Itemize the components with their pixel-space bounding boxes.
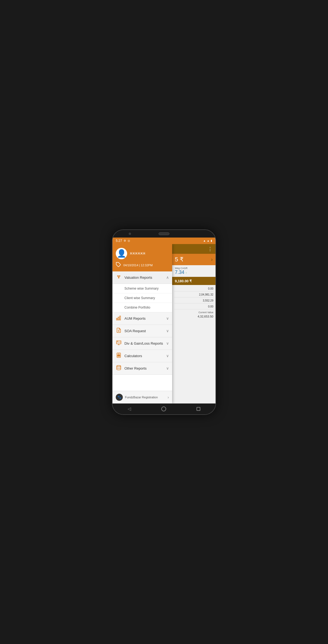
svg-line-6 xyxy=(119,276,119,277)
calculators-chevron-down: ∨ xyxy=(166,354,169,358)
avatar: 👤 xyxy=(116,248,127,259)
nav-calculators-header[interactable]: Calculators ∨ xyxy=(112,350,172,362)
rupee-section: 5 ₹ › xyxy=(172,254,216,265)
divgain-label: Div & Gain/Loss Reports xyxy=(124,341,163,345)
cagr-value: 7.34 xyxy=(175,270,184,275)
nav-aum-header[interactable]: AUM Reports ∨ xyxy=(112,312,172,325)
svg-point-2 xyxy=(119,275,120,276)
phone-screen: 5:27 ⚙ ◎ ▲ ▲ ▮ ⋮ 5 ₹ › xyxy=(112,238,216,403)
svg-rect-7 xyxy=(117,318,117,320)
cagr-up-arrow: ↑ xyxy=(186,271,187,274)
current-value-number: 4,32,653.50 xyxy=(174,315,213,318)
aum-icon xyxy=(116,315,122,322)
client-wise-summary[interactable]: Client wise Summary xyxy=(112,293,172,303)
calendar-icon xyxy=(116,262,121,269)
phone-bottom-bar: ◁ xyxy=(112,403,216,414)
stat-value-4: 0.00 xyxy=(208,305,213,308)
combine-portfolio[interactable]: Combine Portfolio xyxy=(112,303,172,312)
nav-divgain-header[interactable]: Div & Gain/Loss Reports ∨ xyxy=(112,337,172,350)
nav-other-header[interactable]: Other Reports ∨ xyxy=(112,362,172,375)
user-row: 👤 XXXXXX xyxy=(116,248,169,259)
wifi-icon: ▲ xyxy=(203,239,206,242)
footer-left: 🐾 FundzBazar Registration xyxy=(116,394,158,401)
valuation-label: Valuation Reports xyxy=(124,275,152,280)
signal-icon: ▲ xyxy=(207,239,210,242)
divgain-chevron-down: ∨ xyxy=(166,341,169,345)
aum-chevron-down: ∨ xyxy=(166,316,169,321)
drawer-footer[interactable]: 🐾 FundzBazar Registration › xyxy=(112,391,172,403)
settings-icon: ⚙ xyxy=(124,239,126,242)
stat-row-1: 0.00 xyxy=(174,286,213,291)
svg-rect-9 xyxy=(120,316,120,320)
other-icon xyxy=(116,365,122,372)
stat-row-3: 3,552.29 xyxy=(174,298,213,303)
other-chevron-down: ∨ xyxy=(166,366,169,370)
cagr-label: Weg CAGR xyxy=(175,267,213,270)
footer-label: FundzBazar Registration xyxy=(125,396,158,399)
username: XXXXXX xyxy=(130,251,146,255)
stat-row-2: 2,04,981.32 xyxy=(174,292,213,297)
aum-label: AUM Reports xyxy=(124,316,146,321)
main-header: ⋮ xyxy=(172,244,216,254)
cagr-section: Weg CAGR 7.34 ↑ xyxy=(172,265,216,277)
main-content-bg: ⋮ 5 ₹ › Weg CAGR 7.34 ↑ 9,180.00 ₹ xyxy=(172,244,216,403)
current-value-label: Current Value xyxy=(174,310,213,314)
status-bar: 5:27 ⚙ ◎ ▲ ▲ ▮ xyxy=(112,238,216,244)
phone-shell: 5:27 ⚙ ◎ ▲ ▲ ▮ ⋮ 5 ₹ › xyxy=(112,230,216,414)
overflow-menu-icon[interactable]: ⋮ xyxy=(208,246,213,252)
soa-label: SOA Request xyxy=(124,329,146,333)
phone-speaker xyxy=(159,232,169,235)
valuation-sub-items: Scheme wise Summary Client wise Summary … xyxy=(112,284,172,312)
recents-button[interactable] xyxy=(197,407,200,411)
stat-value-1: 0.00 xyxy=(208,287,213,290)
rupee-value: 5 ₹ xyxy=(175,256,184,263)
stat-row-4: 0.00 xyxy=(174,304,213,309)
svg-line-5 xyxy=(118,276,118,277)
footer-chevron-right: › xyxy=(168,395,169,399)
valuation-icon xyxy=(116,274,122,281)
soa-chevron-down: ∨ xyxy=(166,329,169,333)
svg-point-23 xyxy=(117,365,121,367)
divgain-icon xyxy=(116,340,122,347)
svg-rect-19 xyxy=(119,355,120,355)
total-value: 9,180.00 ₹ xyxy=(175,279,192,283)
nav-soa-header[interactable]: SOA Request ∨ xyxy=(112,325,172,337)
scheme-wise-summary[interactable]: Scheme wise Summary xyxy=(112,284,172,293)
phone-camera xyxy=(129,233,131,235)
drawer-header: 👤 XXXXXX 04/10/2014 | 12:32PM xyxy=(112,244,172,271)
home-button[interactable] xyxy=(161,406,166,411)
valuation-chevron-up: ∧ xyxy=(166,275,169,280)
calculators-icon xyxy=(116,353,122,359)
stat-value-2: 2,04,981.32 xyxy=(199,293,213,296)
screen-content: ⋮ 5 ₹ › Weg CAGR 7.34 ↑ 9,180.00 ₹ xyxy=(112,244,216,403)
navigation-drawer: 👤 XXXXXX 04/10/2014 | 12:32PM xyxy=(112,244,172,403)
phone-top-bar xyxy=(112,230,216,238)
soa-icon xyxy=(116,328,122,334)
location-icon: ◎ xyxy=(128,239,130,242)
chevron-right-icon[interactable]: › xyxy=(211,256,213,262)
drawer-nav: Valuation Reports ∧ Scheme wise Summary … xyxy=(112,271,172,391)
nav-valuation-header[interactable]: Valuation Reports ∧ xyxy=(112,271,172,284)
svg-rect-8 xyxy=(118,317,119,320)
stats-section: 0.00 2,04,981.32 3,552.29 0.00 Current V… xyxy=(172,285,216,403)
fundzbaazar-logo: 🐾 xyxy=(116,394,123,401)
back-button[interactable]: ◁ xyxy=(128,406,131,411)
status-time: 5:27 xyxy=(116,239,122,243)
stat-value-3: 3,552.29 xyxy=(203,299,213,302)
other-label: Other Reports xyxy=(124,366,147,370)
svg-point-3 xyxy=(118,277,119,278)
calculators-label: Calculators xyxy=(124,354,142,358)
avatar-icon: 👤 xyxy=(117,249,126,258)
svg-point-1 xyxy=(117,275,118,276)
date-row: 04/10/2014 | 12:32PM xyxy=(116,262,169,269)
datetime-text: 04/10/2014 | 12:32PM xyxy=(123,264,153,267)
total-value-section: 9,180.00 ₹ xyxy=(172,277,216,285)
svg-rect-22 xyxy=(119,355,120,356)
battery-icon: ▮ xyxy=(211,239,212,242)
